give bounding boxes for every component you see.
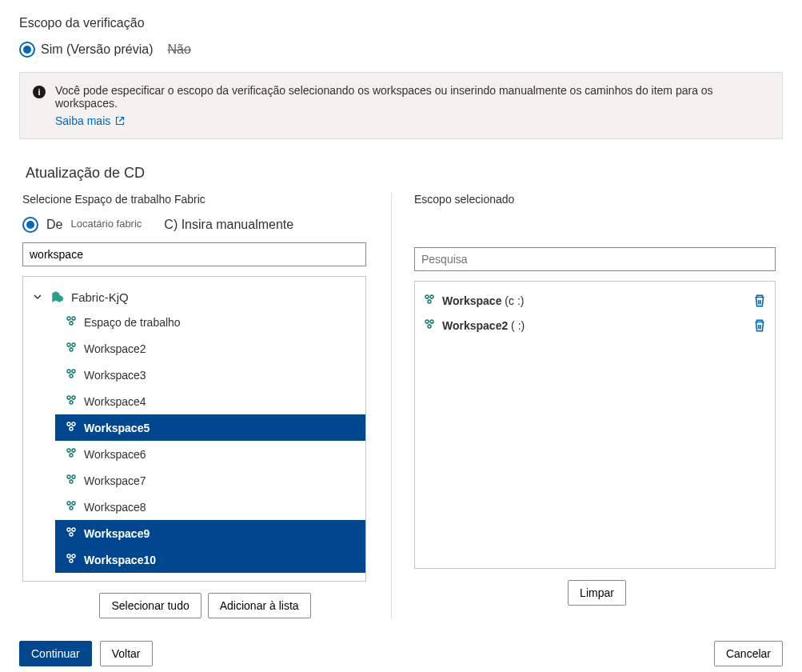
tree-item[interactable]: Workspace4 bbox=[55, 388, 365, 414]
scope-list: Workspace (c :)Workspace2 ( :) bbox=[414, 281, 776, 569]
svg-point-34 bbox=[430, 320, 433, 323]
svg-point-3 bbox=[67, 343, 70, 346]
tree-item-label: Workspace4 bbox=[84, 395, 146, 408]
scope-radio-row: Sim (Versão prévia) Não bbox=[19, 42, 783, 58]
svg-point-14 bbox=[70, 427, 73, 430]
workspace-icon bbox=[65, 473, 78, 488]
tree-item-label: Workspace9 bbox=[84, 527, 150, 540]
right-label: Escopo selecionado bbox=[414, 193, 780, 206]
svg-point-6 bbox=[67, 370, 70, 373]
svg-point-10 bbox=[72, 396, 75, 399]
tree-item-label: Workspace3 bbox=[84, 369, 146, 382]
svg-point-25 bbox=[72, 528, 75, 531]
cd-title: Atualização de CD bbox=[19, 158, 783, 193]
external-link-icon bbox=[115, 116, 125, 126]
trash-icon[interactable] bbox=[752, 318, 767, 333]
svg-point-21 bbox=[67, 502, 70, 505]
scope-yes-label: Sim (Versão prévia) bbox=[41, 42, 154, 57]
right-column: Escopo selecionado Workspace (c :)Worksp… bbox=[391, 193, 783, 618]
workspace-icon bbox=[65, 341, 78, 356]
workspace-icon bbox=[65, 446, 78, 462]
svg-point-12 bbox=[67, 422, 70, 426]
svg-point-33 bbox=[425, 320, 429, 323]
trash-icon[interactable] bbox=[752, 294, 767, 308]
scope-no-radio[interactable]: Não bbox=[168, 42, 191, 57]
tree-item-label: Workspace10 bbox=[84, 554, 156, 566]
svg-point-18 bbox=[67, 475, 70, 478]
fabric-icon bbox=[50, 290, 65, 304]
scope-section: Escopo da verificação Sim (Versão prévia… bbox=[19, 16, 783, 139]
workspace-icon bbox=[65, 420, 78, 435]
left-column: Selecione Espaço de trabalho Fabric De L… bbox=[19, 193, 391, 618]
footer: Continuar Voltar Cancelar bbox=[19, 641, 783, 666]
tree-item[interactable]: Espaço de trabalho bbox=[55, 309, 365, 335]
workspace-icon bbox=[423, 318, 436, 333]
tree-item[interactable]: Workspace9 bbox=[55, 520, 365, 546]
tree-item-label: Workspace5 bbox=[84, 422, 150, 434]
add-to-list-button[interactable]: Adicionar à lista bbox=[208, 593, 311, 618]
root-label: Fabric-KjQ bbox=[71, 290, 129, 304]
source-row: De Locatário fabric C) Insira manualment… bbox=[22, 217, 388, 233]
cancel-button[interactable]: Cancelar bbox=[714, 641, 783, 666]
tree-item[interactable]: Workspace10 bbox=[55, 546, 365, 573]
tree-item-label: Workspace2 bbox=[84, 342, 146, 355]
svg-point-20 bbox=[70, 480, 73, 483]
learn-more-link[interactable]: Saiba mais bbox=[55, 114, 125, 127]
continue-button[interactable]: Continuar bbox=[19, 641, 92, 666]
scope-item: Workspace2 ( :) bbox=[415, 313, 775, 338]
workspace-icon bbox=[423, 293, 436, 308]
svg-point-32 bbox=[428, 300, 431, 303]
svg-point-4 bbox=[72, 343, 75, 346]
tree-root[interactable]: Fabric-KjQ bbox=[23, 285, 365, 309]
svg-point-1 bbox=[72, 317, 75, 320]
clear-button[interactable]: Limpar bbox=[568, 580, 626, 606]
tree-item[interactable]: Workspace3 bbox=[55, 362, 365, 388]
tree-item[interactable]: Workspace8 bbox=[55, 494, 365, 520]
svg-point-30 bbox=[425, 295, 429, 298]
svg-point-26 bbox=[70, 533, 73, 536]
workspace-tree: Fabric-KjQ Espaço de trabalhoWorkspace2W… bbox=[22, 276, 366, 582]
workspace-search-input[interactable] bbox=[22, 242, 366, 266]
svg-point-13 bbox=[72, 422, 75, 426]
back-button[interactable]: Voltar bbox=[100, 641, 153, 666]
svg-point-8 bbox=[70, 374, 73, 378]
tree-item-label: Workspace7 bbox=[84, 474, 146, 487]
tree-item[interactable]: Workspace7 bbox=[55, 467, 365, 494]
info-text: Você pode especificar o escopo da verifi… bbox=[55, 84, 769, 110]
learn-more-label: Saiba mais bbox=[55, 114, 110, 127]
radio-selected-icon bbox=[19, 42, 35, 58]
workspace-icon bbox=[65, 367, 78, 382]
svg-point-5 bbox=[70, 348, 73, 351]
svg-point-28 bbox=[72, 554, 75, 558]
scope-search-input[interactable] bbox=[414, 247, 776, 271]
svg-point-19 bbox=[72, 475, 75, 478]
scope-item-label: Workspace2 ( :) bbox=[442, 319, 746, 332]
tree-item[interactable]: Workspace2 bbox=[55, 335, 365, 362]
chevron-down-icon bbox=[33, 291, 44, 302]
select-all-button[interactable]: Selecionar tudo bbox=[99, 593, 201, 618]
tree-item[interactable]: Workspace5 bbox=[55, 414, 365, 441]
workspace-icon bbox=[65, 499, 78, 514]
tree-item-label: Workspace8 bbox=[84, 501, 146, 514]
svg-point-16 bbox=[72, 449, 75, 452]
info-callout: i Você pode especificar o escopo da veri… bbox=[19, 72, 783, 139]
scope-item-label: Workspace (c :) bbox=[442, 294, 746, 307]
svg-point-22 bbox=[72, 502, 75, 505]
scope-yes-radio[interactable]: Sim (Versão prévia) bbox=[19, 42, 154, 58]
tenant-label: Locatário fabric bbox=[70, 218, 142, 230]
radio-selected-icon[interactable] bbox=[22, 217, 38, 233]
svg-point-31 bbox=[430, 295, 433, 298]
tree-item-label: Workspace6 bbox=[84, 448, 146, 461]
manual-option[interactable]: C) Insira manualmente bbox=[164, 218, 293, 232]
workspace-icon bbox=[65, 526, 78, 541]
info-icon: i bbox=[33, 86, 46, 98]
workspace-icon bbox=[65, 394, 78, 409]
svg-point-23 bbox=[70, 506, 73, 510]
svg-point-2 bbox=[70, 322, 73, 325]
svg-point-7 bbox=[72, 370, 75, 373]
scope-title: Escopo da verificação bbox=[19, 16, 783, 30]
left-label: Selecione Espaço de trabalho Fabric bbox=[22, 193, 388, 206]
svg-point-35 bbox=[428, 325, 431, 328]
scope-no-label: Não bbox=[168, 42, 191, 57]
tree-item[interactable]: Workspace6 bbox=[55, 441, 365, 467]
